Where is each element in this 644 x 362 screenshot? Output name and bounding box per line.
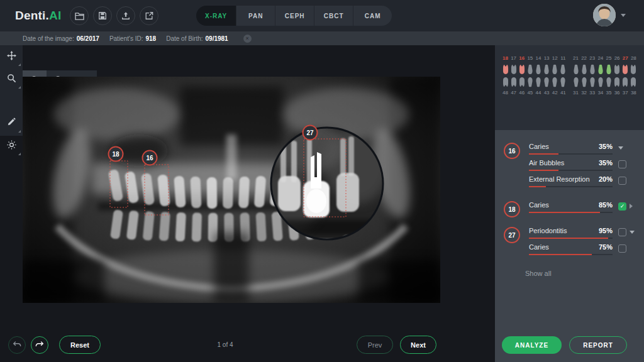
tooth-icon-17[interactable] xyxy=(509,63,518,75)
user-menu[interactable] xyxy=(593,4,626,26)
chevron-down-icon[interactable] xyxy=(630,231,635,234)
tooth-icon-27[interactable] xyxy=(621,63,630,75)
finding-row[interactable]: Caries35% xyxy=(529,143,636,155)
share-button[interactable] xyxy=(140,6,158,25)
tooth-number-45[interactable]: 45 xyxy=(526,90,534,96)
tooth-number-43[interactable]: 43 xyxy=(543,90,551,96)
tooth-icon-34[interactable] xyxy=(596,76,604,87)
tooth-number-38[interactable]: 38 xyxy=(630,90,638,96)
next-button[interactable]: Next xyxy=(400,336,436,354)
tooth-icon-28[interactable] xyxy=(630,63,638,75)
finding-row[interactable]: Caries85%✓ xyxy=(529,201,636,213)
tooth-icon-11[interactable] xyxy=(559,63,567,75)
finding-checkbox[interactable] xyxy=(618,160,626,168)
tooth-icon-47[interactable] xyxy=(509,76,518,87)
tooth-icon-18[interactable] xyxy=(501,63,509,75)
finding-row[interactable]: External Resorption20% xyxy=(529,175,636,187)
tooth-number-13[interactable]: 13 xyxy=(543,55,551,61)
tooth-number-24[interactable]: 24 xyxy=(596,55,604,61)
tooth-number-35[interactable]: 35 xyxy=(605,90,613,96)
tooth-number-18[interactable]: 18 xyxy=(501,55,509,61)
tooth-icon-14[interactable] xyxy=(535,63,543,75)
tooth-number-11[interactable]: 11 xyxy=(559,55,567,61)
open-folder-button[interactable] xyxy=(70,6,89,25)
tooth-icon-42[interactable] xyxy=(551,76,559,87)
tab-cbct[interactable]: CBCT xyxy=(314,6,353,26)
finding-checkbox-checked[interactable]: ✓ xyxy=(618,202,626,211)
tooth-icon-24[interactable] xyxy=(596,63,604,75)
magnifier-tool-button[interactable] xyxy=(0,68,23,90)
upload-button[interactable] xyxy=(116,6,135,25)
xray-canvas[interactable]: 18 16 27 xyxy=(23,77,440,303)
tooth-number-16[interactable]: 16 xyxy=(518,55,526,61)
chevron-down-icon[interactable] xyxy=(618,146,623,150)
brightness-tool-button[interactable] xyxy=(0,134,23,157)
tooth-badge-18[interactable]: 18 xyxy=(504,201,520,217)
finding-checkbox[interactable] xyxy=(618,244,626,253)
marker-27[interactable]: 27 xyxy=(303,126,318,140)
tooth-number-27[interactable]: 27 xyxy=(621,55,630,61)
save-button[interactable] xyxy=(93,6,112,25)
tooth-icon-12[interactable] xyxy=(551,63,559,75)
marker-18[interactable]: 18 xyxy=(109,147,123,162)
tooth-number-34[interactable]: 34 xyxy=(596,90,604,96)
tooth-number-31[interactable]: 31 xyxy=(572,90,580,96)
tooth-icon-32[interactable] xyxy=(580,76,588,87)
finding-checkbox[interactable] xyxy=(618,177,626,185)
tooth-icon-35[interactable] xyxy=(605,76,613,87)
tooth-number-14[interactable]: 14 xyxy=(535,55,543,61)
tooth-number-47[interactable]: 47 xyxy=(509,90,518,96)
tooth-number-37[interactable]: 37 xyxy=(621,90,630,96)
tooth-icon-22[interactable] xyxy=(580,63,588,75)
show-all-link[interactable]: Show all xyxy=(525,270,636,277)
tooth-icon-38[interactable] xyxy=(630,76,638,87)
undo-button[interactable] xyxy=(8,336,26,354)
tooth-icon-13[interactable] xyxy=(543,63,551,75)
chevron-right-icon[interactable] xyxy=(630,204,633,209)
tooth-icon-23[interactable] xyxy=(588,63,596,75)
reset-button[interactable]: Reset xyxy=(59,336,101,354)
analyze-button[interactable]: ANALYZE xyxy=(502,336,562,354)
tooth-icon-15[interactable] xyxy=(526,63,534,75)
tooth-icon-21[interactable] xyxy=(572,63,580,75)
tooth-number-21[interactable]: 21 xyxy=(572,55,580,61)
tooth-number-28[interactable]: 28 xyxy=(630,55,638,61)
tooth-icon-33[interactable] xyxy=(588,76,596,87)
tooth-number-26[interactable]: 26 xyxy=(613,55,621,61)
tooth-number-48[interactable]: 48 xyxy=(501,90,509,96)
annotate-tool-button[interactable] xyxy=(0,112,23,134)
tooth-number-46[interactable]: 46 xyxy=(518,90,526,96)
tooth-icon-37[interactable] xyxy=(621,76,630,87)
tooth-number-12[interactable]: 12 xyxy=(551,55,559,61)
tooth-number-44[interactable]: 44 xyxy=(535,90,543,96)
marker-16[interactable]: 16 xyxy=(143,151,157,165)
finding-row[interactable]: Caries75% xyxy=(529,243,636,255)
report-button[interactable]: REPORT xyxy=(569,336,627,354)
close-icon[interactable]: × xyxy=(243,35,252,43)
tooth-number-41[interactable]: 41 xyxy=(559,90,567,96)
tooth-icon-44[interactable] xyxy=(535,76,543,87)
tab-pan[interactable]: PAN xyxy=(236,6,275,26)
tooth-number-33[interactable]: 33 xyxy=(588,90,596,96)
tooth-number-23[interactable]: 23 xyxy=(588,55,596,61)
finding-checkbox[interactable] xyxy=(618,228,626,236)
tooth-icon-46[interactable] xyxy=(518,76,526,87)
tooth-icon-16[interactable] xyxy=(518,63,526,75)
tooth-icon-36[interactable] xyxy=(613,76,621,87)
redo-button[interactable] xyxy=(31,336,48,354)
tooth-icon-48[interactable] xyxy=(501,76,509,87)
tooth-number-15[interactable]: 15 xyxy=(526,55,534,61)
finding-row[interactable]: Air Bubbles35% xyxy=(529,159,636,171)
tooth-number-32[interactable]: 32 xyxy=(580,90,588,96)
tooth-badge-16[interactable]: 16 xyxy=(504,143,520,159)
tab-cam[interactable]: CAM xyxy=(353,6,392,26)
tooth-icon-45[interactable] xyxy=(526,76,534,87)
move-tool-button[interactable] xyxy=(0,45,23,68)
tab-ceph[interactable]: CEPH xyxy=(275,6,314,26)
tooth-number-22[interactable]: 22 xyxy=(580,55,588,61)
tooth-number-42[interactable]: 42 xyxy=(551,90,559,96)
finding-row[interactable]: Periodontitis95% xyxy=(529,227,636,239)
tooth-number-25[interactable]: 25 xyxy=(605,55,613,61)
prev-button[interactable]: Prev xyxy=(357,336,393,354)
tooth-badge-27[interactable]: 27 xyxy=(504,227,520,243)
